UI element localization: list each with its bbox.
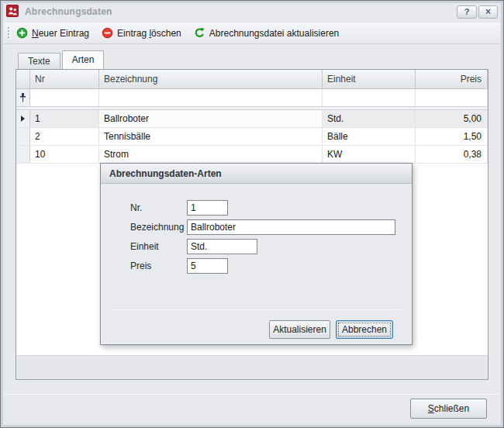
abbrechen-button[interactable]: Abbrechen [336,320,393,339]
dialog-separator [110,309,402,310]
aktualisieren-button[interactable]: Aktualisieren [269,320,330,339]
cell-nr[interactable]: 10 [30,146,99,163]
grid-header-row: Nr Bezeichnung Einheit Preis [16,70,488,89]
filter-pin-icon [19,93,26,103]
filter-cell-bezeichnung[interactable] [99,89,323,106]
cell-einheit[interactable]: KW [323,146,416,163]
tab-strip: Texte Arten [18,53,105,69]
bezeichnung-input[interactable] [187,219,395,235]
table-row[interactable]: 10 Strom KW 0,38 [16,146,488,164]
column-header-bezeichnung[interactable]: Bezeichnung [99,70,323,88]
preis-input[interactable] [187,258,228,274]
schliessen-button[interactable]: Schließen [410,399,487,419]
delete-entry-label: Eintrag löschen [117,28,181,39]
footer-separator [5,394,499,395]
filter-cell-preis[interactable] [416,89,488,106]
einheit-input[interactable] [187,239,257,254]
cell-nr[interactable]: 1 [30,110,99,127]
row-indicator [16,110,30,127]
row-indicator [16,146,30,163]
tab-texte[interactable]: Texte [18,53,60,69]
cell-einheit[interactable]: Bälle [323,128,416,145]
column-header-einheit[interactable]: Einheit [323,70,416,88]
current-row-arrow-icon [21,116,25,122]
cell-bezeichnung[interactable]: Strom [99,146,323,163]
cell-preis[interactable]: 5,00 [416,110,488,127]
close-icon[interactable]: × [478,5,498,19]
grid-bottom-strip [16,355,488,379]
filter-cell-nr[interactable] [30,89,99,106]
preis-label: Preis [130,261,151,271]
cell-bezeichnung[interactable]: Ballroboter [99,110,323,127]
cell-preis[interactable]: 0,38 [416,146,488,163]
refresh-icon [194,27,205,39]
cell-preis[interactable]: 1,50 [416,128,488,145]
delete-entry-button[interactable]: Eintrag löschen [102,27,181,39]
column-header-indicator [16,70,30,88]
add-icon [16,27,28,39]
refresh-file-button[interactable]: Abrechnungsdatei aktualisieren [194,27,339,39]
table-row[interactable]: 1 Ballroboter Std. 5,00 [16,110,488,128]
cell-nr[interactable]: 2 [30,128,99,145]
bezeichnung-label: Bezeichnung [130,222,184,233]
new-entry-button[interactable]: Neuer Eintrag [16,27,89,39]
row-indicator [16,128,30,145]
table-row[interactable]: 2 Tennisbälle Bälle 1,50 [16,128,488,146]
new-entry-label: Neuer Eintrag [32,28,89,39]
people-icon [8,6,18,16]
toolbar: Neuer Eintrag Eintrag löschen Abrechnung… [4,22,500,44]
help-button[interactable]: ? [457,5,477,19]
refresh-file-label: Abrechnungsdatei aktualisieren [209,28,339,39]
app-icon [6,5,19,17]
cell-bezeichnung[interactable]: Tennisbälle [99,128,323,145]
nr-input[interactable] [187,200,228,216]
auto-filter-row [16,89,488,107]
einheit-label: Einheit [130,241,159,252]
cell-einheit[interactable]: Std. [323,110,416,127]
titlebar: Abrechnungsdaten ? × [4,3,500,22]
remove-icon [102,27,113,39]
column-header-preis[interactable]: Preis [416,70,488,88]
abrechnungsdaten-window: Abrechnungsdaten ? × Neuer Eintrag Eintr… [0,0,504,428]
window-title: Abrechnungsdaten [25,6,112,17]
filter-cell-einheit[interactable] [323,89,416,106]
nr-label: Nr. [130,202,142,213]
abrechnungsdaten-arten-dialog: Abrechnungsdaten-Arten Nr. Bezeichnung E… [100,163,413,345]
column-header-nr[interactable]: Nr [30,70,99,88]
tab-arten[interactable]: Arten [62,50,105,69]
dialog-title: Abrechnungsdaten-Arten [101,164,412,184]
toolbar-grip[interactable] [8,27,10,39]
filter-row-indicator [16,89,30,106]
